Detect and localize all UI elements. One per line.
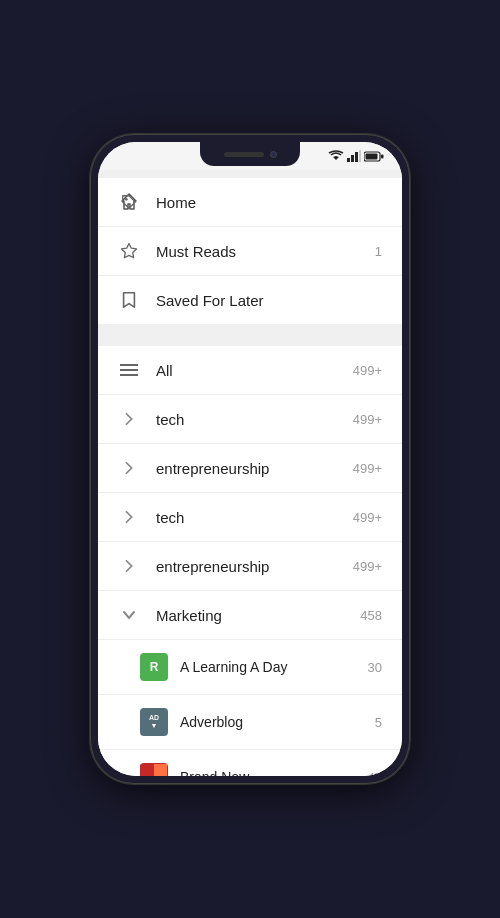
svg-rect-4 [359,150,361,162]
saved-label: Saved For Later [156,292,382,309]
svg-marker-0 [333,156,339,160]
learning-logo: R [140,653,168,681]
feed-item-entrepreneurship2[interactable]: entrepreneurship 499+ [98,542,402,591]
svg-rect-1 [347,158,350,162]
speaker [224,152,264,157]
must-reads-icon [118,240,140,262]
feed-count-entrepreneurship2: 499+ [353,559,382,574]
status-icons [328,150,384,162]
feed-item-tech2[interactable]: tech 499+ [98,493,402,542]
svg-rect-7 [381,154,384,158]
feed-label-tech1: tech [156,411,353,428]
svg-point-9 [125,198,128,201]
feed-label-tech2: tech [156,509,353,526]
svg-rect-6 [366,153,378,159]
sub-label-brandnew: Brand New [180,769,368,776]
must-reads-label: Must Reads [156,243,375,260]
chevron-right-icon-2 [118,457,140,479]
feed-count-all: 499+ [353,363,382,378]
sub-label-learning: A Learning A Day [180,659,368,675]
section-divider [98,332,402,346]
sub-item-learning[interactable]: R A Learning A Day 30 [98,640,402,695]
signal-icon [347,150,361,162]
wifi-icon [328,150,344,162]
feed-item-marketing[interactable]: Marketing 458 [98,591,402,640]
feed-count-tech2: 499+ [353,510,382,525]
feed-label-marketing: Marketing [156,607,360,624]
saved-icon [118,289,140,311]
feed-count-tech1: 499+ [353,412,382,427]
chevron-down-icon [118,604,140,626]
adverblog-logo: AD ▼ [140,708,168,736]
feed-label-all: All [156,362,353,379]
camera [270,151,277,158]
sub-label-adverblog: Adverblog [180,714,375,730]
chevron-right-icon-4 [118,555,140,577]
svg-rect-3 [355,152,358,162]
chevron-right-icon-1 [118,408,140,430]
sub-item-adverblog[interactable]: AD ▼ Adverblog 5 [98,695,402,750]
nav-item-must-reads[interactable]: Must Reads 1 [98,227,402,276]
feed-label-entrepreneurship1: entrepreneurship [156,460,353,477]
sub-item-brandnew[interactable]: Brand New 47 [98,750,402,776]
battery-icon [364,151,384,162]
feed-item-tech1[interactable]: tech 499+ [98,395,402,444]
feed-label-entrepreneurship2: entrepreneurship [156,558,353,575]
main-scroll[interactable]: Home Must Reads 1 [98,170,402,776]
top-section: Home Must Reads 1 [98,170,402,332]
nav-item-home[interactable]: Home [98,178,402,227]
phone-frame: Home Must Reads 1 [90,134,410,784]
feed-item-all[interactable]: All 499+ [98,346,402,395]
sub-count-adverblog: 5 [375,715,382,730]
menu-icon [118,359,140,381]
svg-rect-2 [351,155,354,162]
home-icon [118,191,140,213]
must-reads-count: 1 [375,244,382,259]
feed-count-entrepreneurship1: 499+ [353,461,382,476]
feed-count-marketing: 458 [360,608,382,623]
notch [200,142,300,166]
phone-screen: Home Must Reads 1 [98,142,402,776]
feed-item-entrepreneurship1[interactable]: entrepreneurship 499+ [98,444,402,493]
sub-count-learning: 30 [368,660,382,675]
chevron-right-icon-3 [118,506,140,528]
sub-count-brandnew: 47 [368,770,382,777]
brandnew-logo [140,763,168,776]
nav-item-saved[interactable]: Saved For Later [98,276,402,324]
home-label: Home [156,194,382,211]
